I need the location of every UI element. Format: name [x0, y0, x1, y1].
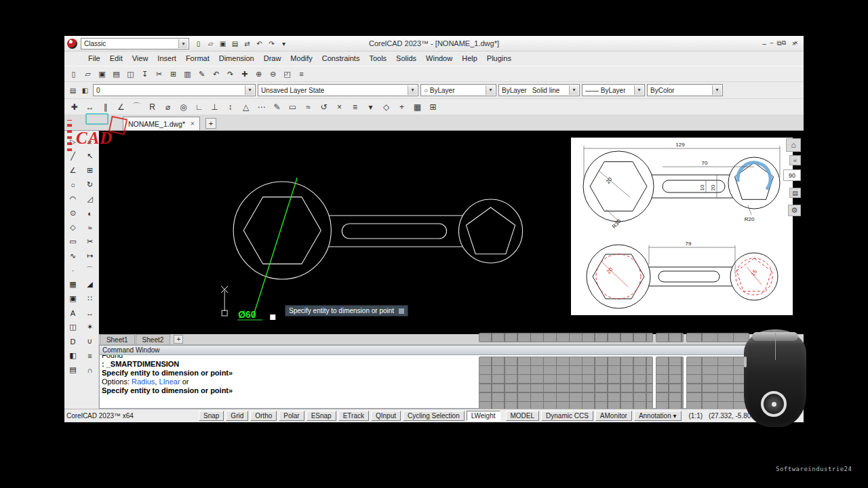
option-linear-link[interactable]: LInear	[159, 378, 180, 386]
line-weight-select[interactable]: —— ByLayer	[582, 84, 645, 96]
print-icon[interactable]: ▤	[110, 68, 123, 81]
explode-tool[interactable]: ✶	[82, 320, 98, 334]
edit-dimension-icon[interactable]: ✎	[270, 100, 284, 114]
zoom-out-icon[interactable]: ⊖	[267, 68, 279, 81]
baseline-dimension-icon[interactable]: ⊥	[208, 100, 222, 114]
line-style-select[interactable]: ByLayer Solid line	[498, 84, 580, 96]
undo-icon[interactable]: ↶	[254, 38, 265, 49]
smart-dimension-icon[interactable]: ✚	[67, 100, 81, 114]
command-window-titlebar[interactable]: Command Window ⧉ ×	[99, 345, 804, 355]
move-tool[interactable]: ↖	[82, 149, 98, 163]
polyline-tool[interactable]: ∠	[65, 163, 81, 178]
dimension-style-icon[interactable]: ≡	[348, 100, 362, 114]
linear-dimension-icon[interactable]: ↔	[83, 100, 97, 114]
restore-dimension-icon[interactable]: ↺	[317, 100, 331, 114]
mirror-tool[interactable]: ◐	[82, 206, 98, 220]
table-icon[interactable]: ⊞	[426, 100, 440, 114]
status-toggle-esnap[interactable]: ESnap	[307, 411, 336, 421]
menu-item-help[interactable]: Help	[457, 52, 482, 66]
copy-tool[interactable]: ⊞	[82, 163, 98, 178]
print-preview-icon[interactable]: ◫	[124, 68, 137, 81]
cut-icon[interactable]: ✂	[153, 68, 165, 81]
save-icon[interactable]: ▣	[96, 68, 108, 81]
new-icon[interactable]: ▯	[193, 38, 204, 49]
status-toggle-etrack[interactable]: ETrack	[338, 411, 369, 421]
ordinate-dimension-icon[interactable]: ∟	[192, 100, 206, 114]
workspace-select[interactable]: Classic	[81, 38, 189, 49]
doc-minimize-button[interactable]: –	[766, 38, 777, 47]
layer-select[interactable]: 0	[93, 84, 256, 96]
print-style-select[interactable]: ByColor	[647, 84, 723, 96]
table-tool[interactable]: ◫	[65, 320, 81, 334]
menu-item-draw[interactable]: Draw	[259, 52, 286, 66]
menu-item-constraints[interactable]: Constraints	[317, 52, 365, 66]
match-properties-icon[interactable]: ✎	[195, 68, 208, 81]
status-toggle-snap[interactable]: Snap	[199, 411, 224, 421]
status-toggle-cycling-selection[interactable]: Cycling Selection	[403, 411, 465, 421]
spline-tool[interactable]: ∿	[65, 249, 81, 263]
quick-options-icon[interactable]: ▾	[278, 38, 290, 49]
zoom-in-icon[interactable]: ⊕	[252, 68, 265, 81]
select-tool[interactable]: ▷	[65, 135, 81, 149]
layers-manager-icon[interactable]: ▤	[67, 85, 79, 96]
angular-dimension-icon[interactable]: ∠	[114, 100, 128, 114]
status-mode-model[interactable]: MODEL	[506, 411, 540, 421]
point-tool[interactable]: ·	[65, 263, 81, 277]
array-tool[interactable]: ∷	[82, 291, 98, 306]
text-tool[interactable]: A	[65, 306, 81, 320]
doc-restore-button[interactable]: ⧉	[778, 38, 789, 47]
diameter-dimension-icon[interactable]: ⌀	[161, 100, 175, 114]
open-icon[interactable]: ▱	[81, 68, 94, 81]
circle-tool[interactable]: ○	[65, 178, 81, 192]
hatch-icon[interactable]: ▦	[410, 100, 425, 114]
layer-state-icon[interactable]: ◧	[79, 85, 91, 96]
doc-close-button[interactable]: ×	[791, 38, 802, 47]
status-toggle-polar[interactable]: Polar	[279, 411, 304, 421]
status-toggle-qinput[interactable]: QInput	[371, 411, 401, 421]
add-sheet-button[interactable]: +	[174, 335, 183, 344]
arc-tool[interactable]: ◠	[65, 192, 81, 206]
redo-icon[interactable]: ↷	[224, 68, 237, 81]
status-mode-annotation[interactable]: Annotation ▾	[634, 411, 682, 421]
tolerance-icon[interactable]: △	[239, 100, 253, 114]
join-tool[interactable]: ∪	[82, 334, 98, 348]
fillet-tool[interactable]: ⌒	[82, 263, 98, 277]
break-dimension-icon[interactable]: ×	[332, 100, 347, 114]
status-toggle-grid[interactable]: Grid	[226, 411, 248, 421]
menu-item-format[interactable]: Format	[181, 52, 214, 66]
hatch-tool[interactable]: ▦	[65, 277, 81, 291]
open-icon[interactable]: ▱	[205, 38, 216, 49]
menu-item-solids[interactable]: Solids	[391, 52, 421, 66]
properties-tool[interactable]: ≡	[82, 348, 98, 363]
aligned-dimension-icon[interactable]: ∥	[98, 100, 113, 114]
line-tool[interactable]: ╱	[65, 149, 81, 163]
dimension-more-icon[interactable]: ▾	[363, 100, 378, 114]
dimension-tool[interactable]: D	[65, 334, 81, 348]
save-icon[interactable]: ▣	[217, 38, 229, 49]
scale-tool[interactable]: ◿	[82, 192, 98, 206]
menu-item-dimension[interactable]: Dimension	[214, 52, 259, 66]
print-icon[interactable]: ▤	[229, 38, 241, 49]
export-icon[interactable]: ↧	[138, 68, 151, 81]
status-toggle-lweight[interactable]: LWeight	[467, 411, 500, 421]
properties-icon[interactable]: ≡	[295, 68, 308, 81]
menu-item-tools[interactable]: Tools	[364, 52, 391, 66]
split-tool[interactable]: ∩	[82, 363, 98, 377]
continue-dimension-icon[interactable]: ↕	[223, 100, 237, 114]
collapse-panel-icon[interactable]: «	[789, 155, 801, 165]
rectangle-tool[interactable]: ▭	[65, 235, 81, 249]
sheet-tab-sheet2[interactable]: Sheet2	[136, 334, 171, 344]
angle-input[interactable]: 90	[783, 169, 801, 181]
option-radius-link[interactable]: Radius	[132, 378, 155, 386]
tab-noname1[interactable]: NONAME_1.dwg* ×	[123, 117, 200, 130]
arc-length-dimension-icon[interactable]: ⌒	[130, 100, 144, 114]
zoom-window-icon[interactable]: ◰	[281, 68, 294, 81]
paste-icon[interactable]: ▥	[181, 68, 194, 81]
status-mode-dynamic-ccs[interactable]: Dynamic CCS	[541, 411, 593, 421]
scale-indicator[interactable]: (1:1)	[689, 412, 703, 420]
panel-list-icon[interactable]: ▤	[789, 188, 801, 198]
redo-icon[interactable]: ↷	[266, 38, 277, 49]
oblique-dimension-icon[interactable]: ≈	[301, 100, 315, 114]
chamfer-tool[interactable]: ◢	[82, 277, 98, 291]
menu-item-insert[interactable]: Insert	[153, 52, 181, 66]
